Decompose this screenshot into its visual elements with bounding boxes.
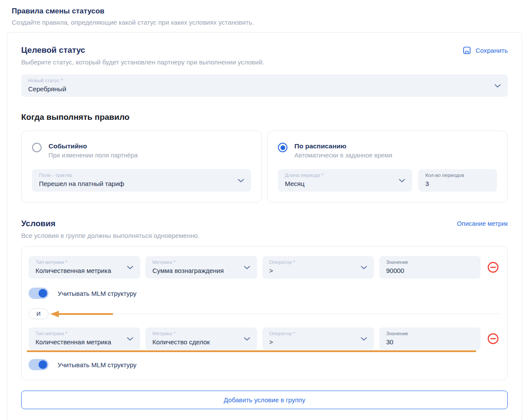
and-divider: И	[29, 308, 500, 319]
metric-label: Метрика *	[152, 260, 240, 266]
metric-select[interactable]: Метрика * Сумма вознаграждения	[145, 256, 257, 279]
mlm-toggle-row-1: Учитывать MLM структуру	[29, 288, 500, 299]
period-count-input[interactable]: Кол-во периодов 3	[418, 169, 497, 192]
toggle-knob	[39, 289, 47, 298]
mlm-toggle-label-1: Учитывать MLM структуру	[58, 290, 136, 297]
conditions-header: Условия Описание метрик	[21, 219, 508, 228]
chevron-down-icon	[238, 179, 244, 183]
value-value: 90000	[386, 267, 474, 275]
period-count-label: Кол-во периодов	[425, 173, 490, 179]
event-option-row: Событийно При изменении поля партнёра	[32, 142, 251, 159]
metric-type-label: Тип метрики *	[35, 260, 123, 266]
remove-condition-button[interactable]	[486, 331, 500, 346]
target-status-title: Целевой статус	[21, 45, 85, 55]
metric-value: Количество сделок	[152, 338, 240, 346]
page-title: Правила смены статусов	[12, 7, 522, 16]
operator-select[interactable]: Оператор * >	[262, 327, 374, 350]
metric-type-label: Тип метрики *	[35, 331, 123, 337]
value-label: Значение	[386, 260, 474, 266]
when-title: Когда выполнять правило	[21, 112, 508, 122]
option-card-event: Событийно При изменении поля партнёра По…	[21, 131, 262, 202]
chevron-down-icon	[244, 337, 250, 341]
chevron-down-icon	[127, 266, 133, 269]
metrics-description-link[interactable]: Описание метрик	[457, 220, 508, 227]
when-options: Событийно При изменении поля партнёра По…	[21, 131, 508, 202]
event-option-title: Событийно	[48, 142, 138, 150]
conditions-title: Условия	[21, 219, 55, 228]
schedule-option-row: По расписанию Автоматически в заданное в…	[278, 142, 497, 159]
condition-row-2: Тип метрики * Количественная метрика Мет…	[29, 327, 500, 350]
value-input[interactable]: Значение 30	[379, 327, 481, 350]
operator-value: >	[269, 267, 357, 275]
add-condition-button[interactable]: Добавить условие в группу	[21, 391, 508, 409]
option-card-schedule: По расписанию Автоматически в заданное в…	[267, 131, 508, 202]
trigger-field-select[interactable]: Поле - триггер Перешел на платный тариф	[32, 169, 251, 192]
metric-type-value: Количественная метрика	[35, 267, 123, 275]
schedule-option-title: По расписанию	[294, 142, 392, 150]
period-length-label: Длина периода *	[285, 173, 395, 179]
value-value: 30	[386, 338, 474, 346]
new-status-label: Новый статус *	[28, 78, 490, 84]
metric-type-select[interactable]: Тип метрики * Количественная метрика	[29, 327, 140, 350]
mlm-toggle-label-2: Учитывать MLM структуру	[58, 361, 136, 369]
annotation-underline	[27, 350, 476, 352]
metric-type-select[interactable]: Тип метрики * Количественная метрика	[29, 256, 140, 279]
chevron-down-icon	[361, 337, 367, 341]
metric-select[interactable]: Метрика * Количество сделок	[145, 327, 257, 350]
chevron-down-icon	[361, 266, 367, 269]
mlm-toggle-1[interactable]	[29, 288, 48, 299]
divider-line	[48, 314, 500, 314]
operator-label: Оператор *	[269, 260, 357, 266]
value-label: Значение	[386, 331, 474, 337]
save-button[interactable]: Сохранить	[463, 46, 508, 55]
schedule-radio[interactable]	[278, 143, 287, 152]
remove-condition-button[interactable]	[486, 260, 500, 275]
trigger-field-value: Перешел на платный тариф	[39, 180, 234, 188]
condition-row-1: Тип метрики * Количественная метрика Мет…	[29, 256, 500, 279]
operator-label: Оператор *	[269, 331, 357, 337]
metric-type-value: Количественная метрика	[35, 338, 123, 346]
toggle-knob	[39, 360, 47, 369]
page-header: Правила смены статусов Создайте правила,…	[0, 0, 529, 32]
condition-group: Тип метрики * Количественная метрика Мет…	[21, 246, 508, 380]
remove-icon	[487, 261, 500, 274]
event-radio[interactable]	[32, 143, 42, 152]
period-count-value: 3	[425, 180, 490, 188]
remove-icon	[487, 332, 500, 345]
rule-card: Целевой статус Сохранить Выберите статус…	[7, 32, 522, 420]
target-status-header: Целевой статус Сохранить	[21, 45, 508, 55]
trigger-field-label: Поле - триггер	[39, 173, 234, 179]
operator-select[interactable]: Оператор * >	[262, 256, 374, 279]
operator-value: >	[269, 338, 357, 346]
page-subtitle: Создайте правила, определяющие какой ста…	[12, 19, 522, 26]
target-status-subtitle: Выберите статус, который будет установле…	[21, 58, 508, 66]
value-input[interactable]: Значение 90000	[379, 256, 481, 279]
schedule-option-subtitle: Автоматически в заданное время	[294, 152, 392, 159]
period-length-select[interactable]: Длина периода * Месяц	[278, 169, 412, 192]
schedule-fields: Длина периода * Месяц Кол-во периодов 3	[278, 169, 497, 192]
metric-label: Метрика *	[152, 331, 240, 337]
mlm-toggle-row-2: Учитывать MLM структуру	[29, 359, 500, 370]
conditions-subtitle: Все условия в группе должны выполняться …	[21, 232, 508, 239]
new-status-value: Серебряный	[28, 85, 490, 93]
mlm-toggle-2[interactable]	[29, 359, 48, 370]
period-length-value: Месяц	[285, 180, 395, 188]
metric-value: Сумма вознаграждения	[152, 267, 240, 275]
new-status-select[interactable]: Новый статус * Серебряный	[21, 74, 508, 97]
save-button-label: Сохранить	[475, 47, 508, 54]
chevron-down-icon	[494, 84, 501, 88]
save-icon	[463, 46, 471, 55]
chevron-down-icon	[244, 266, 250, 269]
and-chip[interactable]: И	[29, 308, 48, 319]
event-option-subtitle: При изменении поля партнёра	[48, 152, 138, 159]
chevron-down-icon	[127, 337, 133, 341]
chevron-down-icon	[399, 179, 405, 183]
